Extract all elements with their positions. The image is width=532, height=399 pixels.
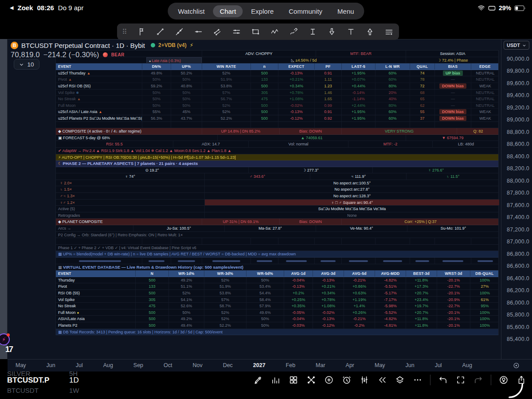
vdb-value: -0.21% bbox=[344, 316, 375, 322]
redo-icon[interactable] bbox=[473, 375, 484, 385]
symbol-switcher-item[interactable]: BTCUSDT.P1D bbox=[7, 376, 79, 385]
trend-line-icon[interactable] bbox=[154, 26, 166, 38]
price-axis-label: 89,000.0 bbox=[507, 117, 529, 123]
object-tree-icon[interactable] bbox=[359, 375, 370, 385]
multichart-layout-icon[interactable] bbox=[288, 375, 299, 385]
fullscreen-icon[interactable] bbox=[455, 375, 466, 385]
event-value: 52% bbox=[202, 70, 251, 76]
annotation-flag-icon[interactable] bbox=[135, 26, 147, 38]
publish-idea-icon[interactable] bbox=[498, 375, 509, 385]
tab-watchlist[interactable]: Watchlist bbox=[171, 5, 211, 17]
planet-composite-updn: UP 31% | DN 69.1% bbox=[202, 219, 280, 225]
event-value: +1.08% bbox=[278, 96, 315, 102]
vdb-value: +0.21% bbox=[313, 283, 344, 289]
p2-config-row: P2 Config → Orb: Standard (6°) | Retro E… bbox=[56, 232, 498, 239]
vdb-value: -0.2% bbox=[344, 322, 375, 329]
bar-replay-icon[interactable] bbox=[377, 375, 387, 385]
layers-icon[interactable] bbox=[395, 375, 405, 385]
placeholder-bar bbox=[79, 260, 121, 262]
price-axis-label: 88,600.0 bbox=[507, 141, 529, 147]
vdb-value: +0.26% bbox=[344, 309, 375, 316]
rectangle-icon[interactable] bbox=[250, 26, 261, 38]
event-value: 65 bbox=[410, 96, 435, 102]
tradingview-logo[interactable]: 17 bbox=[5, 345, 12, 354]
placeholder-bar bbox=[178, 260, 195, 262]
indicator-status-dot bbox=[151, 43, 155, 47]
brush-icon[interactable] bbox=[288, 26, 299, 38]
empty-cell bbox=[142, 238, 171, 244]
arrow-down-icon[interactable] bbox=[326, 26, 337, 38]
vdb-event-name: RSI OB (55) bbox=[56, 290, 136, 296]
composite-label: ◆ COMPOSITE (4 active · 0↑ / 4↓ after re… bbox=[56, 128, 202, 134]
vdb-column-header: AVG-1d bbox=[284, 270, 313, 277]
column-header: DN% bbox=[142, 63, 171, 70]
indicator-name[interactable]: 2+VDB (v4) bbox=[158, 42, 187, 48]
vdb-row: Planets P250049.4%52.2%50%-0.03%-0.12%-0… bbox=[56, 322, 498, 329]
time-axis-label: Dec bbox=[223, 362, 233, 368]
skeleton-cell bbox=[471, 258, 499, 264]
price-axis-label: 87,000.0 bbox=[507, 239, 529, 245]
disjoint-channel-icon[interactable] bbox=[231, 26, 242, 38]
event-value: +0.07% bbox=[342, 76, 376, 82]
price-axis-label: 88,000.0 bbox=[507, 178, 529, 184]
event-value: 59.2% bbox=[142, 83, 171, 89]
symbol-title[interactable]: BTCUSDT Perpetual Contract · 1D · Bybit bbox=[21, 42, 145, 49]
event-row: No Streak▲50%50%56.7%475+1.08%1.65-1.14%… bbox=[56, 96, 498, 102]
alert-clock-icon[interactable] bbox=[341, 375, 352, 385]
price-range-icon[interactable] bbox=[307, 26, 318, 38]
time-axis-label: Jun bbox=[47, 362, 55, 368]
price-axis-label: 86,000.0 bbox=[507, 300, 529, 306]
arrow-up-icon[interactable] bbox=[364, 26, 376, 38]
zigzag-icon[interactable] bbox=[269, 26, 280, 38]
tab-menu[interactable]: Menu bbox=[331, 5, 361, 17]
parallel-channel-icon[interactable] bbox=[211, 26, 223, 38]
event-value: NEUTRAL bbox=[471, 76, 499, 82]
vdb-value: -5.51% bbox=[375, 283, 406, 289]
back-to-app-icon[interactable]: ◀ bbox=[10, 5, 13, 11]
planet-position: ♄ 11.5° bbox=[407, 173, 499, 180]
floating-button-arc[interactable] bbox=[508, 382, 525, 399]
forecast-label: ▣ FORECAST 5-day @ 68% bbox=[56, 135, 218, 141]
time-axis[interactable]: MayJunJulAugSepOctNovDec2027FebMarAprMay… bbox=[8, 359, 532, 372]
text-icon[interactable] bbox=[345, 26, 356, 38]
indicators-icon[interactable] bbox=[270, 375, 281, 385]
planet-position: ♂ 343.6° bbox=[205, 173, 310, 180]
planet-position: ☿ 276.6° bbox=[373, 167, 499, 173]
vdb-event-name: No Streak bbox=[56, 303, 136, 309]
event-value: 53.8% bbox=[202, 83, 251, 89]
vdb-value: -20.1% bbox=[437, 309, 470, 316]
bar-count-button[interactable]: 10 bbox=[14, 59, 39, 70]
vdb-title-text: VIRTUAL EVENT DATABASE — Live Return & D… bbox=[63, 265, 243, 270]
magic-pen-icon[interactable] bbox=[253, 375, 263, 385]
vdb-value: -5.17% bbox=[375, 290, 406, 296]
undo-icon[interactable] bbox=[438, 375, 448, 385]
battery-icon bbox=[514, 5, 526, 11]
back-to-app-label[interactable]: Zoek bbox=[17, 4, 33, 12]
event-value: 50% bbox=[142, 102, 171, 109]
drag-handle-icon[interactable]: ⠿ bbox=[121, 26, 128, 38]
horizontal-line-icon[interactable] bbox=[192, 26, 204, 38]
symbol-switcher-item[interactable]: BTCUSDT1W bbox=[7, 387, 79, 394]
chart-area[interactable]: 90,000.089,800.089,600.089,400.089,200.0… bbox=[8, 39, 532, 359]
vdb-value: +23.4% bbox=[406, 297, 437, 303]
more-icon[interactable] bbox=[412, 375, 423, 385]
vdb-title-row: ▦ VIRTUAL EVENT DATABASE — Live Return &… bbox=[56, 264, 498, 271]
event-value: 52% bbox=[202, 102, 251, 109]
side-panel-edge[interactable] bbox=[0, 39, 8, 359]
vdb-value: 51.1% bbox=[169, 283, 204, 289]
strategy-tester-icon[interactable] bbox=[306, 375, 317, 385]
extended-line-icon[interactable] bbox=[173, 26, 185, 38]
drawing-toolbar: ⠿ bbox=[117, 23, 399, 40]
patterns-icon[interactable] bbox=[383, 26, 395, 38]
empty-cell bbox=[171, 238, 202, 244]
scroll-to-realtime-icon[interactable] bbox=[512, 362, 520, 371]
currency-selector[interactable]: USDT bbox=[504, 41, 529, 50]
event-value: UP bias bbox=[435, 70, 471, 76]
placeholder-bar bbox=[442, 260, 463, 262]
event-row: u25cf Thursday▲49.8%50.2%52%500-0.13%0.9… bbox=[56, 70, 498, 77]
tab-chart[interactable]: Chart bbox=[213, 5, 243, 17]
add-circle-icon[interactable] bbox=[324, 375, 334, 385]
tab-community[interactable]: Community bbox=[282, 5, 329, 17]
vdb-value: -0.04% bbox=[284, 316, 313, 322]
tab-explore[interactable]: Explore bbox=[244, 5, 280, 17]
